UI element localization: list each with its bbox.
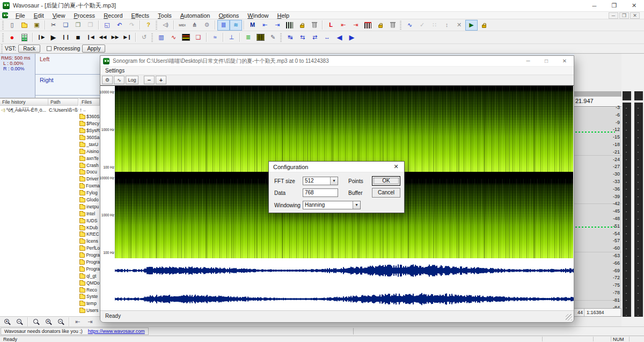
statistics-button[interactable]: ⊥ [225,32,238,43]
envelope-play-button[interactable]: ▶ [465,20,478,31]
sonogram-menu-settings[interactable]: Settings [100,67,574,75]
loop-marker-button[interactable]: L [325,20,337,31]
envelope-clear-button[interactable]: ✕ [453,20,465,31]
zoom-all-button[interactable]: ↔ [321,32,333,43]
menu-help[interactable]: Help [273,12,294,19]
fft-size-combobox[interactable]: 512 ▼ [303,177,338,185]
menu-file[interactable]: File [11,12,30,19]
sonogram-view-button[interactable] [180,32,192,43]
files-header[interactable]: Files [79,98,100,106]
select-view-button[interactable]: ≋ [230,20,242,31]
crop-button[interactable]: ◱ [101,20,113,31]
paste-special-button[interactable]: ❐ [84,20,97,31]
chevron-down-icon[interactable]: ▼ [330,177,338,185]
menu-tools[interactable]: Tools [153,12,176,19]
minimize-button[interactable]: ─ [584,0,604,12]
folder-item[interactable]: Progra [79,265,100,272]
toolbar-grip[interactable] [151,33,153,42]
sonogram-close-button[interactable]: ✕ [555,56,574,67]
folder-item[interactable]: temp [79,300,100,307]
lock-markers-button[interactable] [296,20,308,31]
processing-checkbox[interactable] [47,46,52,51]
ok-button[interactable]: OK [372,176,400,186]
menu-process[interactable]: Process [69,12,99,19]
envelope-vertical-button[interactable]: ↕ [441,20,453,31]
delete-markers-button[interactable] [308,20,320,31]
go-to-end-button[interactable]: ▶❙ [121,32,134,43]
loop-end-button[interactable]: ⇥ [349,20,362,31]
marker-bars-button[interactable] [283,20,296,31]
midi-button[interactable]: MIDI [176,20,188,31]
scroll-right-button[interactable]: ⇥ [84,316,96,327]
menu-effects[interactable]: Effects [127,12,153,19]
scroll-left-button[interactable]: ⇤ [71,316,84,327]
selection-right-button[interactable]: ▶ [346,32,358,43]
toolbar-grip[interactable] [156,21,157,30]
new-file-button[interactable]: ▯ [6,20,18,31]
chevron-down-icon[interactable]: ▼ [353,201,360,209]
help-button[interactable]: ? [142,20,155,31]
folder-item[interactable]: Docu [79,169,100,176]
folder-item[interactable]: axnTe [79,155,100,162]
paste-button[interactable]: ❐ [72,20,84,31]
settings-wrench-button[interactable]: ⚙ [201,20,213,31]
donation-link[interactable]: https://www.wavosaur.com [88,329,145,334]
sonogram-live-button[interactable] [254,32,267,43]
data-buffer-input[interactable]: 768 [303,188,338,197]
folder-item[interactable]: $SysR [79,127,100,134]
menu-options[interactable]: Options [214,12,243,19]
marker-next-button[interactable]: ⇥ [271,20,283,31]
folder-item[interactable]: Driver [79,176,100,183]
zoom-selection-button[interactable] [30,316,42,327]
folder-item[interactable]: Fylog [79,190,100,197]
copy-to-new-button[interactable]: ▥ [155,32,167,43]
sonogram-maximize-button[interactable]: □ [537,56,555,67]
folder-item[interactable]: KDub [79,224,100,231]
loop-playback-button[interactable]: ↺ [138,32,150,43]
scrollbar-strip[interactable] [574,91,621,97]
zoom-out-horizontal-button[interactable]: ⇆ [296,32,309,43]
audio-monitor-button[interactable]: ◁) [159,20,172,31]
folder-item[interactable]: inetpu [79,203,100,210]
envelope-draw-button[interactable]: ∿ [404,20,416,31]
folder-item[interactable]: 360Sa [79,134,100,141]
loop-bars-button[interactable] [362,20,374,31]
envelope-apply-button[interactable]: ✓ [416,20,428,31]
menu-view[interactable]: View [48,12,70,19]
path-header[interactable]: Path [48,98,78,106]
folder-up-item[interactable]: ↑.. [79,106,100,113]
vst-rack-button[interactable]: Rack [18,45,40,53]
linear-scale-button[interactable]: ∿ [114,76,125,84]
marker-button[interactable]: M [246,20,259,31]
select-channels-button[interactable]: ||| [217,20,230,31]
sonogram-title-bar[interactable]: Sonogram for C:\Users\喵喵\Desktop\日常文件\后陡… [100,56,574,67]
oscilloscope-button[interactable]: ❑ [192,32,204,43]
folder-item[interactable]: QMDo [79,279,100,286]
menu-window[interactable]: Window [243,12,273,19]
file-history-row[interactable]: ◁) ºó¶¸ÃŵÄÏÄ-Ê®¸ö... C:\Users\ß÷ß÷ [0,106,78,113]
folder-item[interactable]: Progra [79,259,100,266]
folder-item[interactable]: licens [79,238,100,245]
folder-item[interactable]: Glodo [79,197,100,203]
folder-item[interactable]: KREC [79,231,100,238]
cut-button[interactable]: ✂ [47,20,60,31]
menu-edit[interactable]: Edit [30,12,48,19]
zoom-vertical-out-button[interactable]: − [55,316,67,327]
sonogram-settings-wrench-button[interactable]: ⚙ [102,76,113,84]
midi-patch-button[interactable]: ⋔ [188,20,201,31]
folder-item[interactable]: Aisino [79,148,100,155]
menu-automation[interactable]: Automation [176,12,215,19]
open-folder-button[interactable] [18,20,31,31]
folder-item[interactable]: Users [79,307,100,314]
file-history-header[interactable]: File history [0,98,48,106]
undo-button[interactable]: ↶ [113,20,126,31]
marker-prev-button[interactable]: ⇤ [259,20,271,31]
fast-forward-button[interactable]: ▶▶ [109,32,121,43]
sonogram-minimize-button[interactable]: ─ [519,56,537,67]
loop-start-button[interactable]: ⇤ [337,20,349,31]
record-button[interactable]: ● [6,32,18,43]
pencil-edit-button[interactable]: ✎ [267,32,279,43]
beat-detector-button[interactable]: ≣ [242,32,254,43]
rewind-button[interactable]: ◀◀ [97,32,109,43]
zoom-in-horizontal-button[interactable]: ↹ [284,32,296,43]
